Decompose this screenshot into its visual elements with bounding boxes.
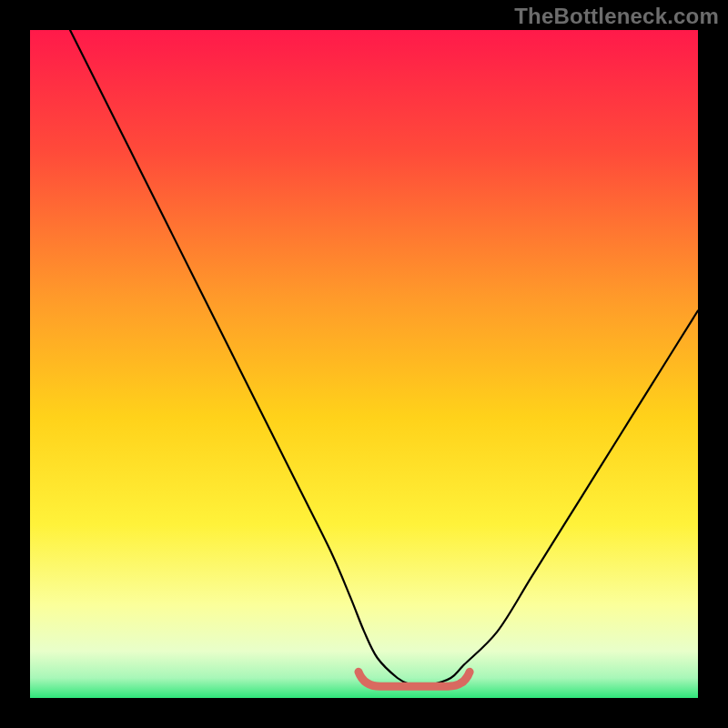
chart-frame: TheBottleneck.com: [0, 0, 728, 728]
gradient-background: [30, 30, 698, 698]
watermark-text: TheBottleneck.com: [514, 4, 719, 29]
bottleneck-chart-svg: [30, 30, 698, 698]
plot-area: [30, 30, 698, 698]
